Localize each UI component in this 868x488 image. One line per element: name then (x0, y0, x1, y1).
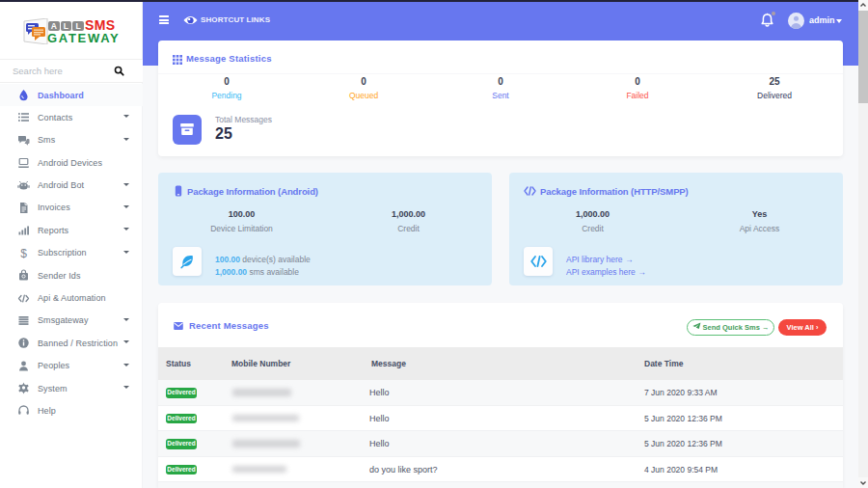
svg-text:$: $ (20, 247, 27, 259)
